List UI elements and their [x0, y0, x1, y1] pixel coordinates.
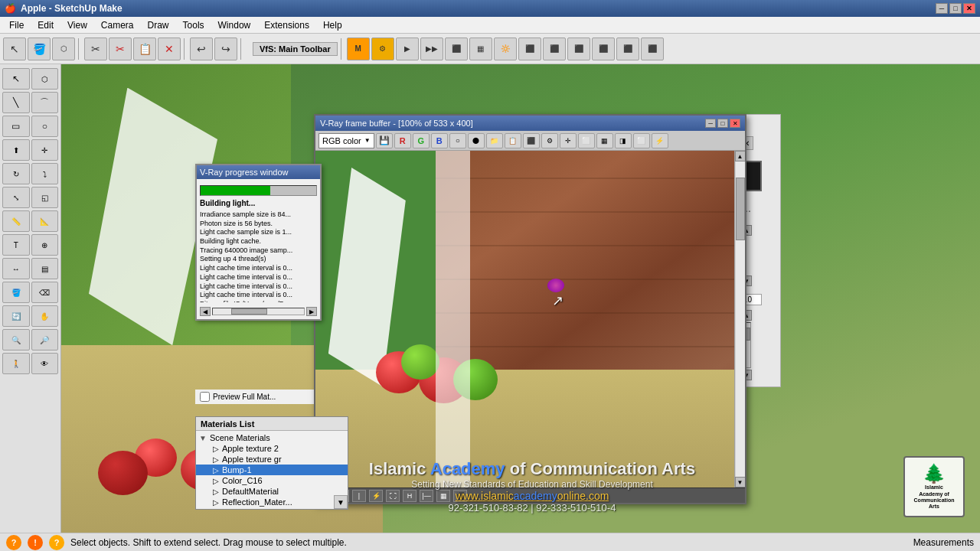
help-icon-1[interactable]: ?	[6, 535, 21, 550]
vfb-settings-button[interactable]: ⚙	[541, 133, 558, 148]
vfb-save-button[interactable]: 💾	[376, 133, 393, 148]
vfb-copy-button[interactable]: 📋	[505, 133, 521, 148]
follow-me-button[interactable]: ⤵	[31, 163, 59, 184]
redo-button[interactable]: ↪	[214, 37, 237, 60]
help-icon-3[interactable]: ?	[49, 535, 64, 550]
text-tool-button[interactable]: T	[2, 234, 30, 256]
pan-button[interactable]: ✋	[31, 305, 59, 327]
material-item-0[interactable]: ▷ Apple texture 2	[196, 443, 348, 454]
protractor-button[interactable]: 📐	[31, 210, 59, 232]
menu-draw[interactable]: Draw	[142, 18, 175, 32]
component-button[interactable]: ⬡	[52, 37, 75, 60]
vfb-scroll-up-button[interactable]: ▲	[735, 151, 746, 161]
material-item-4[interactable]: ▷ DefaultMaterial	[196, 486, 348, 497]
vfb-b-button[interactable]: B	[431, 133, 448, 148]
walk-button[interactable]: 🚶	[2, 353, 30, 374]
preview-full-mat-checkbox[interactable]	[200, 392, 210, 402]
vfb-bb-btn7[interactable]: |—	[420, 490, 433, 502]
help-icon-2[interactable]: !	[28, 535, 43, 550]
vfb-save2-button[interactable]: 📁	[486, 133, 503, 148]
vfb-close-button[interactable]: ✕	[730, 119, 740, 128]
menu-tools[interactable]: Tools	[177, 18, 211, 32]
materials-category-scene[interactable]: ▼ Scene Materials	[196, 432, 348, 443]
vfb-compare-button[interactable]: ◨	[615, 133, 632, 148]
vfb-scroll-down-button[interactable]: ▼	[735, 477, 746, 487]
vfb-maximize-button[interactable]: □	[717, 119, 728, 128]
move-button[interactable]: ✛	[31, 139, 59, 161]
maximize-button[interactable]: □	[949, 3, 962, 14]
menu-help[interactable]: Help	[317, 18, 348, 32]
vp-scroll-left-button[interactable]: ◀	[200, 307, 211, 316]
vp-scroll-right-button[interactable]: ▶	[306, 307, 317, 316]
circle-tool-button[interactable]: ○	[31, 116, 59, 137]
vfb-bb-btn6[interactable]: H	[403, 490, 416, 502]
vfb-crosshair-button[interactable]: ✛	[560, 133, 577, 148]
section-plane-button[interactable]: ▤	[31, 258, 59, 279]
materials-scroll-button[interactable]: ▼	[334, 495, 348, 509]
make-component-button[interactable]: ⬡	[31, 68, 59, 90]
menu-extensions[interactable]: Extensions	[258, 18, 315, 32]
paint-button[interactable]: 🪣	[28, 37, 51, 60]
zoom-button[interactable]: 🔍	[2, 329, 30, 350]
vfb-r-button[interactable]: R	[394, 133, 411, 148]
vray-btn5[interactable]: 🔆	[494, 37, 517, 60]
material-item-2[interactable]: ▷ Bump-1	[196, 465, 348, 475]
menu-window[interactable]: Window	[212, 18, 257, 32]
dimension-button[interactable]: ↔	[2, 258, 30, 279]
vfb-g-button[interactable]: G	[413, 133, 430, 148]
vfb-bb-btn8[interactable]: ▦	[436, 490, 450, 502]
vfb-layers-button[interactable]: ⬛	[523, 133, 540, 148]
material-item-5[interactable]: ▷ Reflection_Mater...	[196, 497, 348, 507]
vp-scroll-track[interactable]	[212, 308, 305, 315]
vfb-bb-btn5[interactable]: ⛶	[386, 490, 400, 502]
vp-scroll-thumb[interactable]	[231, 308, 268, 315]
cut-button[interactable]: ✂	[84, 37, 107, 60]
look-around-button[interactable]: 👁	[31, 353, 59, 374]
menu-view[interactable]: View	[61, 18, 93, 32]
vray-btn7[interactable]: ⬛	[543, 37, 566, 60]
vfb-circle-button[interactable]: ○	[449, 133, 466, 148]
push-pull-button[interactable]: ⬆	[2, 139, 30, 161]
axes-button[interactable]: ⊕	[31, 234, 59, 256]
vray-btn11[interactable]: ⬛	[641, 37, 664, 60]
scale-button[interactable]: ⤡	[2, 187, 30, 208]
vray-btn6[interactable]: ⬛	[518, 37, 541, 60]
vray-settings-button[interactable]: ⚙	[371, 37, 394, 60]
rgb-color-dropdown[interactable]: RGB color ▼	[318, 133, 374, 148]
line-tool-button[interactable]: ╲	[2, 92, 30, 113]
erase-button[interactable]: ✕	[158, 37, 181, 60]
vfb-crop-button[interactable]: ⬜	[578, 133, 595, 148]
offset-button[interactable]: ◱	[31, 187, 59, 208]
vfb-histogram-button[interactable]: ▦	[596, 133, 613, 148]
vfb-circle2-button[interactable]: ⬤	[468, 133, 485, 148]
select-tool-button[interactable]: ↖	[3, 37, 26, 60]
material-item-1[interactable]: ▷ Apple texture gr	[196, 454, 348, 465]
vray-btn10[interactable]: ⬛	[616, 37, 639, 60]
vray-btn9[interactable]: ⬛	[592, 37, 615, 60]
tape-measure-button[interactable]: 📏	[2, 210, 30, 232]
arc-tool-button[interactable]: ⌒	[31, 92, 59, 113]
paste-button[interactable]: 📋	[133, 37, 156, 60]
viewport[interactable]: V-Ray frame buffer - [100% of 533 x 400]…	[61, 64, 980, 533]
minimize-button[interactable]: ─	[936, 3, 948, 14]
undo-button[interactable]: ↩	[190, 37, 213, 60]
material-item-3[interactable]: ▷ Color_C16	[196, 475, 348, 486]
paint-bucket-button[interactable]: 🪣	[2, 282, 30, 303]
vfb-bb-btn4[interactable]: ⚡	[369, 490, 383, 502]
vray-btn3[interactable]: ⬛	[445, 37, 468, 60]
menu-edit[interactable]: Edit	[31, 18, 60, 32]
vray-render-button[interactable]: ▶	[396, 37, 419, 60]
vray-render2-button[interactable]: ▶▶	[420, 37, 443, 60]
vfb-scroll-thumb[interactable]	[736, 178, 745, 240]
arrow-tool-button[interactable]: ↖	[2, 68, 30, 90]
vray-btn8[interactable]: ⬛	[567, 37, 590, 60]
menu-camera[interactable]: Camera	[95, 18, 140, 32]
copy-button[interactable]: ✂	[109, 37, 132, 60]
vfb-lens-button[interactable]: ⬜	[633, 133, 650, 148]
eraser-button[interactable]: ⌫	[31, 282, 59, 303]
rect-tool-button[interactable]: ▭	[2, 116, 30, 137]
zoom-extent-button[interactable]: 🔎	[31, 329, 59, 350]
vfb-minimize-button[interactable]: ─	[705, 119, 716, 128]
vfb-bb-btn9[interactable]: ⬛	[453, 490, 467, 502]
vfb-bb-btn3[interactable]: |	[352, 490, 366, 502]
